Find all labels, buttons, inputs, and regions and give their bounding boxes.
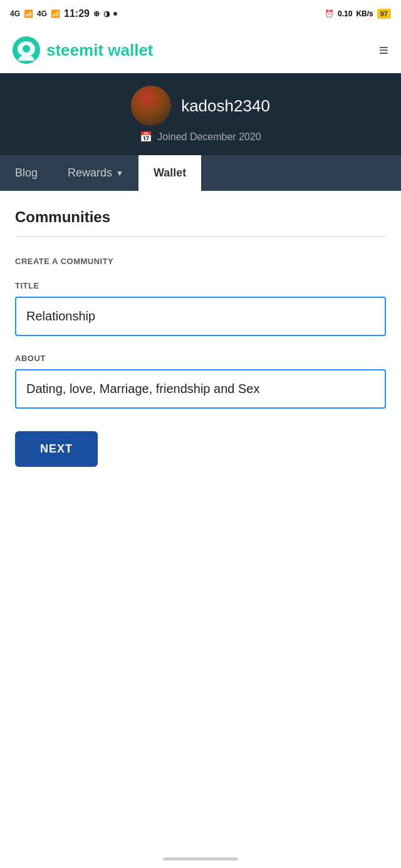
speed-label: 0.10 xyxy=(338,9,352,18)
dot-indicator xyxy=(113,12,117,16)
about-field-label: ABOUT xyxy=(15,354,386,363)
profile-row: kadosh2340 xyxy=(131,86,270,126)
status-right: ⏰ 0.10 KB/s 97 xyxy=(325,9,391,19)
status-bar: 4G 📶 4G 📶 11:29 ⊕ ◑ ⏰ 0.10 KB/s 97 xyxy=(0,0,401,28)
time-label: 11:29 xyxy=(64,8,90,19)
about-input[interactable] xyxy=(15,369,386,409)
svg-point-1 xyxy=(23,45,30,53)
tab-rewards-label: Rewards xyxy=(68,166,112,180)
about-field-group: ABOUT xyxy=(15,354,386,409)
title-field-group: TITLE xyxy=(15,281,386,336)
logo-area: steemit wallet xyxy=(13,36,154,64)
battery-label: 97 xyxy=(377,9,391,19)
alarm-icon: ⏰ xyxy=(325,9,334,18)
avatar-image xyxy=(131,86,171,126)
bottom-bar xyxy=(0,849,401,868)
tab-blog-label: Blog xyxy=(15,166,38,180)
app-header: steemit wallet ≡ xyxy=(0,28,401,73)
tab-rewards[interactable]: Rewards ▼ xyxy=(53,155,138,191)
signal-icon2: 📶 xyxy=(51,9,60,18)
joined-label: Joined December 2020 xyxy=(157,131,261,143)
speed-unit-label: KB/s xyxy=(356,9,373,18)
main-content: Communities CREATE A COMMUNITY TITLE ABO… xyxy=(0,191,401,484)
hamburger-menu-button[interactable]: ≡ xyxy=(379,41,388,60)
calendar-icon: 📅 xyxy=(140,131,152,143)
tab-blog[interactable]: Blog xyxy=(0,155,53,191)
nav-tabs: Blog Rewards ▼ Wallet xyxy=(0,155,401,191)
rewards-dropdown-icon: ▼ xyxy=(116,169,123,178)
steemit-logo-icon xyxy=(13,36,40,64)
title-input[interactable] xyxy=(15,297,386,336)
next-button[interactable]: NEXT xyxy=(15,431,98,467)
username-label: kadosh2340 xyxy=(181,96,270,116)
sync-icon: ⊕ xyxy=(93,9,100,18)
page-title: Communities xyxy=(15,208,386,226)
profile-section: kadosh2340 📅 Joined December 2020 xyxy=(0,73,401,155)
divider xyxy=(15,236,386,237)
signal-icon: 📶 xyxy=(24,9,33,18)
logo-text: steemit wallet xyxy=(46,41,154,60)
title-field-label: TITLE xyxy=(15,281,386,290)
avatar xyxy=(131,86,171,126)
tab-wallet-label: Wallet xyxy=(154,166,186,180)
network2-label: 4G xyxy=(37,9,47,18)
bottom-indicator xyxy=(163,857,238,860)
create-community-label: CREATE A COMMUNITY xyxy=(15,257,386,266)
tab-wallet[interactable]: Wallet xyxy=(138,155,201,191)
theme-icon: ◑ xyxy=(103,9,110,18)
joined-row: 📅 Joined December 2020 xyxy=(140,131,261,143)
status-left: 4G 📶 4G 📶 11:29 ⊕ ◑ xyxy=(10,8,117,19)
network1-label: 4G xyxy=(10,9,20,18)
